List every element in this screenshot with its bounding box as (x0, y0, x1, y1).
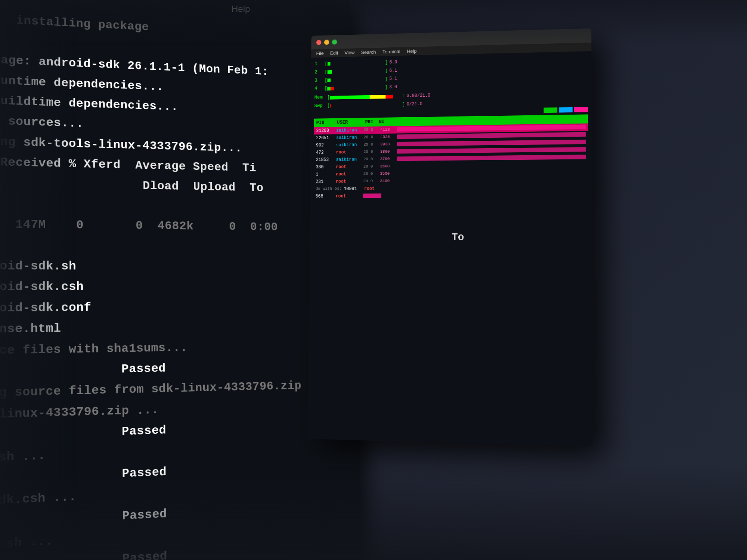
terminal-main-content: installing package package: android-sdk … (0, 0, 345, 560)
status-block-blue (559, 107, 573, 113)
terminal-main-window: installing package package: android-sdk … (0, 0, 362, 560)
terminal-htop-window: File Edit View Search Terminal Help 1 [ … (307, 28, 593, 447)
col-ni: NI (379, 118, 388, 125)
htop-body: 1 [ ] 6.0 2 [ ] 6.1 (310, 51, 592, 203)
help-menu-text: Help (232, 4, 250, 14)
status-block-green (544, 107, 558, 113)
proc-9-bar (363, 193, 381, 198)
to-label: To (452, 231, 464, 243)
desktop-scene: Help installing package package: android… (0, 0, 747, 560)
